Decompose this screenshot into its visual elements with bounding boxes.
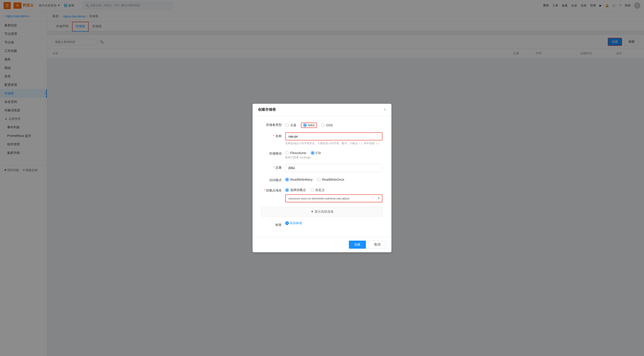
radio-circle-oss <box>321 123 325 127</box>
control-total <box>285 164 382 172</box>
control-access-mode: ReadWriteMany ReadWriteOnce <box>285 177 382 181</box>
add-tag-icon: + <box>285 221 289 225</box>
form-row-total: 总量 <box>262 164 382 172</box>
mount-domain-select[interactable]: xxxxxxxx-xxxx.cn-shenzhen.extreme.nas.al… <box>285 194 382 202</box>
label-mount-domain: 挂载点域名 <box>262 187 282 192</box>
radio-label-select: 选择挂载点 <box>290 188 306 192</box>
radio-label-csi: CSI <box>316 151 321 155</box>
modal-create-button[interactable]: 创建 <box>349 241 366 249</box>
radio-nas[interactable]: NAS <box>301 123 317 128</box>
radio-flexvolume[interactable]: Flexvolume <box>285 151 306 155</box>
storage-type-radio-group: 云盘 NAS OSS <box>285 121 382 128</box>
modal-close-button[interactable]: × <box>384 107 386 112</box>
radio-circle-rwo <box>317 178 321 181</box>
driver-radio-group: Flexvolume CSI <box>285 150 382 155</box>
radio-label-flexvolume: Flexvolume <box>290 151 306 155</box>
name-hint: 名称必须以小写字母开头，只能包含小写字母、数字、小数点（.）和中划线（-） <box>285 141 382 145</box>
advanced-label: 显示高级选项 <box>314 210 334 213</box>
access-mode-radio-group: ReadWriteMany ReadWriteOnce <box>285 177 382 181</box>
label-access-mode: 访问模式 <box>262 177 282 182</box>
radio-circle-select <box>285 188 289 192</box>
radio-circle-nas <box>303 123 307 127</box>
form-row-tags: 标签 + 添加标签 <box>262 221 382 227</box>
label-storage-type: 存储卷类型 <box>262 121 282 127</box>
label-name: 名称 <box>262 132 282 138</box>
modal-header: 创建存储卷 × <box>252 104 392 116</box>
advanced-chevron-icon: ▼ <box>310 210 314 213</box>
tag-section: + 添加标签 <box>285 221 382 225</box>
radio-circle-custom <box>310 188 314 192</box>
control-mount-domain: 选择挂载点 自定义 xxxxxxxx-xxxx.cn-shenzhen.extr… <box>285 187 382 202</box>
radio-label-cloud: 云盘 <box>290 123 296 127</box>
form-row-driver: 存储驱动 Flexvolume CSI 集群已部署 csi-plugin <box>262 150 382 160</box>
form-row-mount-domain: 挂载点域名 选择挂载点 自定义 xxxxxxxx-xxxx.cn-she <box>262 187 382 202</box>
advanced-options-toggle[interactable]: ▼ 显示高级选项 <box>262 207 382 217</box>
radio-label-rwo: ReadWriteOnce <box>322 178 344 181</box>
radio-label-rwm: ReadWriteMany <box>290 178 312 181</box>
control-storage-type: 云盘 NAS OSS <box>285 121 382 128</box>
radio-circle-cloud <box>285 123 289 127</box>
form-row-access-mode: 访问模式 ReadWriteMany ReadWriteOnce <box>262 177 382 182</box>
driver-hint: 集群已部署 csi-plugin <box>285 156 382 160</box>
radio-label-oss: OSS <box>326 123 333 127</box>
add-tag-button[interactable]: + 添加标签 <box>285 221 302 225</box>
modal-overlay: 创建存储卷 × 存储卷类型 云盘 NAS <box>0 0 644 356</box>
form-row-storage-type: 存储卷类型 云盘 NAS OSS <box>262 121 382 128</box>
radio-cloud-disk[interactable]: 云盘 <box>285 123 296 127</box>
control-driver: Flexvolume CSI 集群已部署 csi-plugin <box>285 150 382 160</box>
total-input[interactable] <box>285 164 382 172</box>
radio-circle-csi <box>311 151 314 155</box>
radio-label-nas: NAS <box>308 123 314 127</box>
radio-readwriteonce[interactable]: ReadWriteOnce <box>317 178 344 181</box>
add-tag-label: 添加标签 <box>290 221 302 225</box>
create-storage-modal: 创建存储卷 × 存储卷类型 云盘 NAS <box>252 104 392 252</box>
modal-title: 创建存储卷 <box>258 107 276 112</box>
radio-csi[interactable]: CSI <box>311 151 321 155</box>
modal-footer: 创建 取消 <box>252 237 392 252</box>
radio-circle-flexvolume <box>285 151 289 155</box>
label-tags: 标签 <box>262 221 282 227</box>
control-name: 名称必须以小写字母开头，只能包含小写字母、数字、小数点（.）和中划线（-） <box>285 132 382 145</box>
name-input[interactable] <box>285 132 382 141</box>
radio-oss[interactable]: OSS <box>321 123 333 127</box>
radio-custom-mount[interactable]: 自定义 <box>310 188 325 192</box>
modal-body: 存储卷类型 云盘 NAS OSS <box>252 116 392 237</box>
radio-circle-rwm <box>285 178 289 181</box>
radio-select-mount[interactable]: 选择挂载点 <box>285 188 306 192</box>
modal-cancel-button[interactable]: 取消 <box>368 241 386 249</box>
label-total: 总量 <box>262 164 282 170</box>
radio-label-custom: 自定义 <box>315 188 325 192</box>
form-row-name: 名称 名称必须以小写字母开头，只能包含小写字母、数字、小数点（.）和中划线（-） <box>262 132 382 145</box>
control-tags: + 添加标签 <box>285 221 382 225</box>
label-driver: 存储驱动 <box>262 150 282 156</box>
mount-type-radio-group: 选择挂载点 自定义 <box>285 187 382 192</box>
radio-readwritemany[interactable]: ReadWriteMany <box>285 178 312 181</box>
